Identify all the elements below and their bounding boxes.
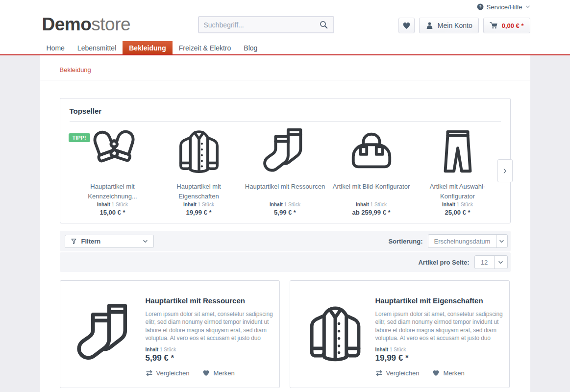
- remember-label: Merken: [443, 369, 464, 377]
- search-icon[interactable]: [319, 20, 328, 29]
- product-description: Lorem ipsum dolor sit amet, consetetur s…: [375, 310, 503, 343]
- account-label: Mein Konto: [438, 22, 472, 29]
- product-image-link[interactable]: [299, 290, 372, 379]
- unit-info: Inhalt 1 Stück: [146, 347, 273, 352]
- search-form: [198, 16, 334, 33]
- product-name-link[interactable]: Hauptartikel mit Kennzeichnung...: [70, 182, 156, 202]
- per-page-select[interactable]: 12: [474, 255, 508, 269]
- logo-light-part: store: [91, 14, 130, 34]
- product-price: 5,99 € *: [146, 353, 273, 363]
- product-image-link[interactable]: [69, 290, 142, 379]
- search-input[interactable]: [204, 21, 319, 29]
- product-image-link[interactable]: [415, 126, 501, 177]
- chevron-down-icon: [143, 239, 148, 244]
- nav-item-lebensmittel[interactable]: Lebensmittel: [71, 41, 123, 54]
- tip-badge: TIPP!: [69, 133, 90, 142]
- topseller-item: Hauptartikel mit Eigenschaften Inhalt 1 …: [156, 126, 242, 216]
- product-title-link[interactable]: Hauptartikel mit Eigenschaften: [375, 296, 503, 305]
- filter-sort-bar: Filtern Sortierung: Erscheinungsdatum: [60, 231, 511, 251]
- nav-item-home[interactable]: Home: [40, 41, 71, 54]
- service-help-label: Service/Hilfe: [487, 3, 522, 11]
- cart-button[interactable]: 0,00 € *: [483, 18, 530, 33]
- heart-icon: [432, 369, 440, 377]
- topseller-heading: Topseller: [70, 107, 501, 122]
- logo-bold-part: Demo: [42, 14, 92, 34]
- product-card: Hauptartikel mit Ressourcen Lorem ipsum …: [60, 280, 280, 388]
- product-image-link[interactable]: [328, 126, 415, 177]
- unit-info: Inhalt 1 Stück: [156, 202, 242, 207]
- wishlist-button[interactable]: [398, 18, 415, 33]
- main-navigation: Home Lebensmittel Bekleidung Freizeit & …: [0, 41, 570, 55]
- service-help-menu[interactable]: Service/Hilfe: [477, 3, 530, 11]
- cart-amount: 0,00 € *: [502, 22, 524, 29]
- product-name-link[interactable]: Artikel mit Auswahl-Konfigurator: [415, 182, 501, 202]
- product-name-link[interactable]: Artikel mit Bild-Konfigurator: [328, 182, 415, 202]
- unit-info: Inhalt 1 Stück: [415, 202, 501, 207]
- per-page-label: Artikel pro Seite:: [418, 259, 469, 266]
- product-title-link[interactable]: Hauptartikel mit Ressourcen: [146, 296, 273, 305]
- content-area: Bekleidung Topseller TIPP! Hauptartikel …: [40, 55, 530, 392]
- topseller-item: Artikel mit Bild-Konfigurator Inhalt 1 S…: [328, 126, 415, 216]
- product-description: Lorem ipsum dolor sit amet, consetetur s…: [146, 310, 273, 343]
- product-price: 19,99 € *: [375, 353, 503, 363]
- remember-button[interactable]: Merken: [202, 369, 234, 377]
- filter-button[interactable]: Filtern: [65, 235, 154, 248]
- socks-icon: [261, 127, 309, 176]
- per-page-selected-value: 12: [475, 259, 494, 266]
- nav-item-blog[interactable]: Blog: [237, 41, 264, 54]
- chevron-down-icon: [498, 260, 503, 265]
- chevron-down-icon: [499, 239, 504, 244]
- product-image-link[interactable]: [242, 126, 328, 177]
- topseller-item: TIPP! Hauptartikel mit Kennzeichnung... …: [70, 126, 156, 216]
- unit-info: Inhalt 1 Stück: [328, 202, 415, 207]
- topseller-panel: Topseller TIPP! Hauptartikel mit Kennzei…: [60, 98, 511, 223]
- product-price: 15,00 € *: [70, 209, 156, 216]
- per-page-bar: Artikel pro Seite: 12: [60, 252, 511, 272]
- question-circle-icon: [477, 3, 484, 10]
- sort-selected-value: Erscheinungsdatum: [428, 238, 496, 245]
- cart-icon: [490, 22, 498, 30]
- remember-button[interactable]: Merken: [432, 369, 464, 377]
- filter-label: Filtern: [81, 238, 101, 245]
- store-logo[interactable]: Demostore: [42, 14, 131, 35]
- chevron-down-icon: [525, 4, 530, 9]
- breadcrumb-current[interactable]: Bekleidung: [60, 66, 91, 74]
- funnel-icon: [71, 238, 77, 245]
- compare-label: Vergleichen: [386, 369, 420, 377]
- bag-icon: [347, 127, 396, 176]
- compare-button[interactable]: Vergleichen: [375, 369, 420, 377]
- chevron-right-icon: [502, 168, 508, 174]
- product-name-link[interactable]: Hauptartikel mit Eigenschaften: [156, 182, 242, 202]
- product-card: Hauptartikel mit Eigenschaften Lorem ips…: [290, 280, 510, 388]
- product-price: ab 259,99 € *: [328, 209, 415, 216]
- product-price: 25,00 € *: [415, 209, 501, 216]
- unit-info: Inhalt 1 Stück: [375, 347, 503, 352]
- heart-icon: [402, 22, 411, 30]
- breadcrumb: Bekleidung: [40, 55, 530, 80]
- compare-button[interactable]: Vergleichen: [146, 369, 190, 377]
- sort-select[interactable]: Erscheinungsdatum: [428, 234, 508, 248]
- unit-info: Inhalt 1 Stück: [242, 202, 328, 207]
- product-name-link[interactable]: Hauptartikel mit Ressourcen: [242, 182, 328, 202]
- topseller-item: Hauptartikel mit Ressourcen Inhalt 1 Stü…: [242, 126, 328, 216]
- shirt-icon: [175, 127, 223, 176]
- compare-label: Vergleichen: [156, 369, 190, 377]
- compare-arrows-icon: [146, 369, 153, 377]
- heart-icon: [202, 369, 210, 377]
- remember-label: Merken: [213, 369, 234, 377]
- compare-arrows-icon: [375, 369, 383, 377]
- unit-info: Inhalt 1 Stück: [70, 202, 156, 207]
- slider-next-button[interactable]: [497, 159, 513, 182]
- nav-item-bekleidung[interactable]: Bekleidung: [123, 41, 172, 54]
- shirt-icon: [304, 303, 366, 366]
- nav-item-freizeit-elektro[interactable]: Freizeit & Elektro: [173, 41, 238, 54]
- topseller-item: Artikel mit Auswahl-Konfigurator Inhalt …: [415, 126, 501, 216]
- account-button[interactable]: Mein Konto: [419, 18, 479, 33]
- main-header: Demostore Mein Konto 0,00 € *: [0, 14, 570, 41]
- product-price: 5,99 € *: [242, 209, 328, 216]
- mittens-icon: [89, 127, 137, 176]
- product-price: 19,99 € *: [156, 209, 242, 216]
- person-icon: [425, 22, 434, 30]
- top-bar: Service/Hilfe: [0, 0, 570, 14]
- product-image-link[interactable]: [156, 126, 242, 177]
